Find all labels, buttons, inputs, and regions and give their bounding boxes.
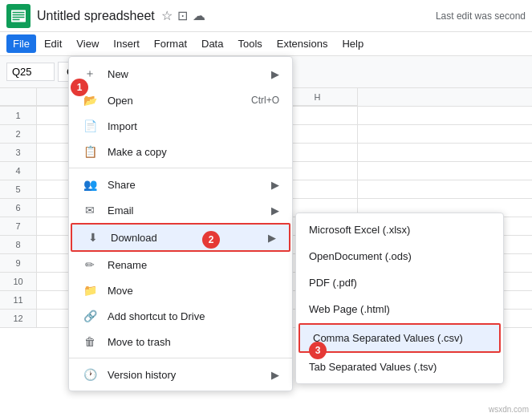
menu-view[interactable]: View xyxy=(70,34,105,53)
shortcut-icon: 🔗 xyxy=(82,310,98,322)
last-edit-status: Last edit was second xyxy=(436,10,526,22)
row-8: 8 xyxy=(0,236,37,253)
trash-icon: 🗑 xyxy=(82,335,98,348)
menu-insert[interactable]: Insert xyxy=(107,34,146,53)
menu-file[interactable]: File xyxy=(6,34,36,53)
open-icon: 📂 xyxy=(82,94,98,107)
file-menu-share-label: Share xyxy=(108,179,271,191)
new-icon: ＋ xyxy=(82,67,98,81)
row-4: 4 xyxy=(0,162,37,180)
watermark: wsxdn.com xyxy=(489,405,529,414)
separator-2 xyxy=(69,358,292,358)
step-badge-3: 3 xyxy=(309,342,327,359)
file-menu-download-label: Download xyxy=(111,232,268,244)
file-menu-version[interactable]: 🕐 Version history ▶ xyxy=(69,362,292,387)
svg-rect-2 xyxy=(13,11,25,13)
download-tsv[interactable]: Tab Separated Values (.tsv) xyxy=(296,354,503,380)
email-arrow-icon: ▶ xyxy=(271,204,279,217)
row-11: 11 xyxy=(0,291,37,309)
version-arrow-icon: ▶ xyxy=(271,369,279,381)
menu-data[interactable]: Data xyxy=(195,34,229,53)
star-icon[interactable]: ☆ xyxy=(161,8,173,23)
row-12: 12 xyxy=(0,310,37,327)
svg-rect-5 xyxy=(13,18,20,20)
file-menu-new[interactable]: ＋ New ▶ xyxy=(69,60,292,87)
file-menu-new-label: New xyxy=(108,68,271,80)
row-7: 7 xyxy=(0,217,37,235)
row-2: 2 xyxy=(0,125,37,143)
version-icon: 🕐 xyxy=(82,368,98,381)
sheets-logo-icon xyxy=(6,4,30,28)
file-menu-share[interactable]: 👥 Share ▶ xyxy=(69,172,292,197)
open-shortcut: Ctrl+O xyxy=(251,95,279,106)
copy-icon: 📋 xyxy=(82,145,98,158)
html-label: Web Page (.html) xyxy=(309,303,390,315)
row-3: 3 xyxy=(0,144,37,161)
email-icon: ✉ xyxy=(82,204,98,217)
rename-icon: ✏ xyxy=(82,258,98,271)
row-10: 10 xyxy=(0,273,37,290)
menu-extensions[interactable]: Extensions xyxy=(270,34,335,53)
menu-bar: File Edit View Insert Format Data Tools … xyxy=(0,32,532,56)
file-menu-download[interactable]: ⬇ Download ▶ xyxy=(71,223,290,252)
row-1: 1 xyxy=(0,107,37,124)
svg-rect-3 xyxy=(13,14,25,15)
download-xlsx[interactable]: Microsoft Excel (.xlsx) xyxy=(296,217,503,243)
share-icon: 👥 xyxy=(82,178,98,191)
cloud-icon: ☁ xyxy=(193,8,205,23)
file-menu-trash-label: Move to trash xyxy=(108,336,279,348)
file-menu-copy[interactable]: 📋 Make a copy xyxy=(69,139,292,164)
tsv-label: Tab Separated Values (.tsv) xyxy=(309,361,437,373)
csv-label: Comma Separated Values (.csv) xyxy=(313,332,463,344)
row-5: 5 xyxy=(0,180,37,198)
menu-format[interactable]: Format xyxy=(148,34,193,53)
new-arrow-icon: ▶ xyxy=(271,68,279,80)
row-6: 6 xyxy=(0,199,37,217)
file-menu-rename-label: Rename xyxy=(108,259,279,271)
top-bar: Untitled spreadsheet ☆ ⊡ ☁ Last edit was… xyxy=(0,0,532,32)
menu-help[interactable]: Help xyxy=(335,34,370,53)
file-dropdown-menu: ＋ New ▶ 📂 Open Ctrl+O 📄 Import 📋 Make a … xyxy=(68,56,293,391)
xlsx-label: Microsoft Excel (.xlsx) xyxy=(309,224,410,236)
save-icon[interactable]: ⊡ xyxy=(177,8,188,23)
document-title[interactable]: Untitled spreadsheet xyxy=(37,9,155,23)
file-menu-version-label: Version history xyxy=(108,369,271,381)
file-menu-open-label: Open xyxy=(108,95,251,107)
file-menu-shortcut[interactable]: 🔗 Add shortcut to Drive xyxy=(69,303,292,329)
step-badge-2: 2 xyxy=(202,231,220,249)
file-menu-move[interactable]: 📁 Move xyxy=(69,277,292,303)
download-arrow-icon: ▶ xyxy=(268,232,276,244)
row-9: 9 xyxy=(0,254,37,272)
svg-rect-4 xyxy=(13,16,25,18)
menu-edit[interactable]: Edit xyxy=(38,34,68,53)
file-menu-import-label: Import xyxy=(108,120,279,132)
file-menu-email-label: Email xyxy=(108,204,271,217)
file-menu-open[interactable]: 📂 Open Ctrl+O xyxy=(69,87,292,113)
cell-reference-input[interactable] xyxy=(6,63,55,81)
menu-tools[interactable]: Tools xyxy=(231,34,268,53)
download-icon: ⬇ xyxy=(85,231,101,244)
share-arrow-icon: ▶ xyxy=(271,179,279,191)
separator-1 xyxy=(69,168,292,168)
file-menu-trash[interactable]: 🗑 Move to trash xyxy=(69,329,292,354)
file-menu-move-label: Move xyxy=(108,285,279,297)
download-csv[interactable]: Comma Separated Values (.csv) xyxy=(298,323,501,353)
file-menu-import[interactable]: 📄 Import xyxy=(69,113,292,139)
download-ods[interactable]: OpenDocument (.ods) xyxy=(296,243,503,269)
download-html[interactable]: Web Page (.html) xyxy=(296,296,503,322)
download-submenu: Microsoft Excel (.xlsx) OpenDocument (.o… xyxy=(295,213,504,384)
step-badge-1: 1 xyxy=(71,79,88,96)
file-menu-email[interactable]: ✉ Email ▶ xyxy=(69,197,292,223)
pdf-label: PDF (.pdf) xyxy=(309,277,357,289)
file-menu-shortcut-label: Add shortcut to Drive xyxy=(108,310,279,322)
import-icon: 📄 xyxy=(82,119,98,132)
download-pdf[interactable]: PDF (.pdf) xyxy=(296,269,503,296)
ods-label: OpenDocument (.ods) xyxy=(309,250,412,262)
file-menu-copy-label: Make a copy xyxy=(108,146,279,158)
corner-cell xyxy=(0,88,37,106)
doc-action-icons: ☆ ⊡ ☁ xyxy=(161,8,205,23)
file-menu-rename[interactable]: ✏ Rename xyxy=(69,252,292,277)
move-icon: 📁 xyxy=(82,284,98,297)
